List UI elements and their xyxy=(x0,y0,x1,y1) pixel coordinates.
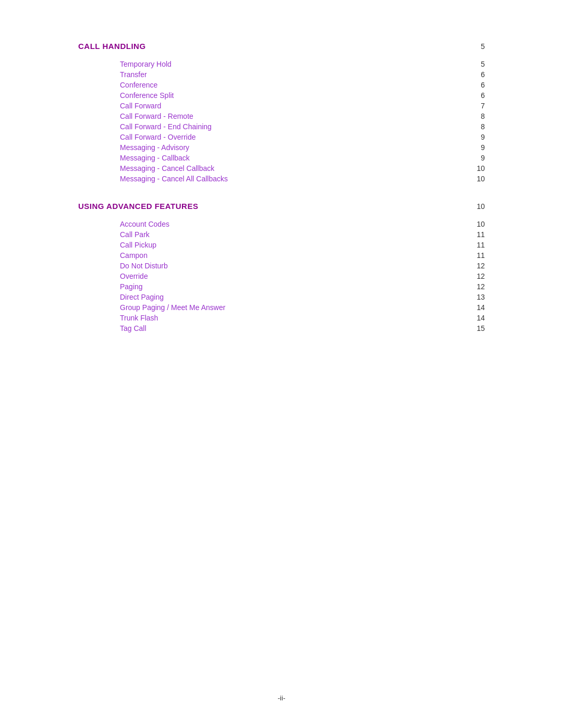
footer-text: -ii- xyxy=(278,694,285,702)
toc-entry-page: 6 xyxy=(469,81,485,89)
toc-entry-label: Do Not Disturb xyxy=(120,262,168,270)
toc-entry-page: 14 xyxy=(469,314,485,322)
page: CALL HANDLING5Temporary Hold5Transfer6Co… xyxy=(78,0,485,728)
toc-entry-page: 15 xyxy=(469,324,485,332)
section-header-using-advanced-features: USING ADVANCED FEATURES10 xyxy=(78,202,485,211)
toc-entry[interactable]: Temporary Hold5 xyxy=(120,60,485,68)
toc-entry-label: Messaging - Advisory xyxy=(120,143,189,152)
toc-entry[interactable]: Conference Split6 xyxy=(120,91,485,100)
toc-entry[interactable]: Call Forward - Remote8 xyxy=(120,112,485,120)
toc-entry-page: 12 xyxy=(469,272,485,280)
toc-entry-page: 11 xyxy=(469,241,485,249)
toc-entry-page: 6 xyxy=(469,70,485,79)
toc-entry[interactable]: Messaging - Cancel Callback10 xyxy=(120,164,485,172)
section-page-using-advanced-features: 10 xyxy=(476,202,485,211)
toc-entry-label: Paging xyxy=(120,282,143,291)
toc-entry[interactable]: Tag Call15 xyxy=(120,324,485,332)
toc-entry[interactable]: Messaging - Callback9 xyxy=(120,154,485,162)
toc-entry[interactable]: Paging12 xyxy=(120,282,485,291)
toc-entry-label: Call Forward - Remote xyxy=(120,112,193,120)
page-footer: -ii- xyxy=(0,694,563,702)
toc-entry-page: 7 xyxy=(469,102,485,110)
toc-entry-label: Temporary Hold xyxy=(120,60,172,68)
toc-entry-page: 13 xyxy=(469,293,485,301)
toc-entry-page: 5 xyxy=(469,60,485,68)
toc-entry[interactable]: Campon11 xyxy=(120,251,485,260)
toc-entry[interactable]: Call Park11 xyxy=(120,230,485,239)
toc-entry-page: 8 xyxy=(469,122,485,131)
toc-entry-page: 9 xyxy=(469,143,485,152)
toc-entry-label: Group Paging / Meet Me Answer xyxy=(120,303,225,312)
toc-entry[interactable]: Call Forward7 xyxy=(120,102,485,110)
toc-entry-page: 9 xyxy=(469,133,485,141)
toc-entry[interactable]: Do Not Disturb12 xyxy=(120,262,485,270)
toc-entry[interactable]: Trunk Flash14 xyxy=(120,314,485,322)
toc-entry-label: Call Pickup xyxy=(120,241,156,249)
toc-entry[interactable]: Account Codes10 xyxy=(120,220,485,228)
toc-entry-label: Call Forward xyxy=(120,102,161,110)
toc-entry-page: 6 xyxy=(469,91,485,100)
toc-entry-page: 11 xyxy=(469,230,485,239)
toc-entries-call-handling: Temporary Hold5Transfer6Conference6Confe… xyxy=(120,60,485,183)
toc-entry-page: 12 xyxy=(469,262,485,270)
toc-entry[interactable]: Call Pickup11 xyxy=(120,241,485,249)
toc-entry-label: Conference Split xyxy=(120,91,174,100)
toc-entry[interactable]: Group Paging / Meet Me Answer14 xyxy=(120,303,485,312)
toc-entries-using-advanced-features: Account Codes10Call Park11Call Pickup11C… xyxy=(120,220,485,332)
toc-entry-label: Direct Paging xyxy=(120,293,164,301)
toc-entry-page: 8 xyxy=(469,112,485,120)
toc-entry-label: Messaging - Cancel Callback xyxy=(120,164,214,172)
toc-entry[interactable]: Call Forward - End Chaining8 xyxy=(120,122,485,131)
toc-entry[interactable]: Messaging - Advisory9 xyxy=(120,143,485,152)
toc-entry-label: Conference xyxy=(120,81,157,89)
section-header-call-handling: CALL HANDLING5 xyxy=(78,42,485,51)
toc-entry[interactable]: Conference6 xyxy=(120,81,485,89)
toc-entry[interactable]: Override12 xyxy=(120,272,485,280)
toc-entry-page: 10 xyxy=(469,164,485,172)
toc-entry-label: Account Codes xyxy=(120,220,169,228)
toc-entry-page: 9 xyxy=(469,154,485,162)
toc-entry-label: Call Forward - Override xyxy=(120,133,195,141)
toc-entry-page: 10 xyxy=(469,220,485,228)
toc-entry-label: Campon xyxy=(120,251,148,260)
toc-entry-label: Transfer xyxy=(120,70,147,79)
toc-entry-label: Call Forward - End Chaining xyxy=(120,122,212,131)
toc-entry-label: Tag Call xyxy=(120,324,146,332)
toc-entry-label: Messaging - Callback xyxy=(120,154,190,162)
section-page-call-handling: 5 xyxy=(481,42,485,51)
toc-entry[interactable]: Direct Paging13 xyxy=(120,293,485,301)
toc-entry-label: Trunk Flash xyxy=(120,314,158,322)
toc-entry-page: 14 xyxy=(469,303,485,312)
toc-entry[interactable]: Messaging - Cancel All Callbacks10 xyxy=(120,175,485,183)
toc-entry-page: 11 xyxy=(469,251,485,260)
toc-entry[interactable]: Call Forward - Override9 xyxy=(120,133,485,141)
toc-entry[interactable]: Transfer6 xyxy=(120,70,485,79)
section-title-call-handling: CALL HANDLING xyxy=(78,42,146,51)
section-title-using-advanced-features: USING ADVANCED FEATURES xyxy=(78,202,198,211)
toc-entry-page: 10 xyxy=(469,175,485,183)
toc-entry-label: Override xyxy=(120,272,148,280)
toc-entry-page: 12 xyxy=(469,282,485,291)
toc-entry-label: Call Park xyxy=(120,230,150,239)
toc-entry-label: Messaging - Cancel All Callbacks xyxy=(120,175,228,183)
